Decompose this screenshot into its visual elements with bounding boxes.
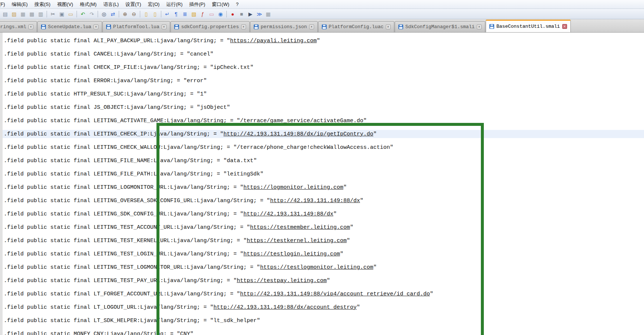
code-line[interactable]: .field public static final LEITING_SDK_C…: [0, 207, 644, 221]
code-text: ": [327, 278, 330, 284]
undo-button[interactable]: ↶: [79, 10, 87, 18]
tab-close-icon[interactable]: ×: [477, 24, 482, 29]
copy-button[interactable]: ▣: [58, 10, 66, 18]
cut-button[interactable]: ✂: [49, 10, 57, 18]
string-value: https://testpay.leiting.com: [237, 278, 327, 284]
code-line[interactable]: .field public static final CANCEL:Ljava/…: [0, 47, 644, 61]
tab[interactable]: SceneUpdate.lua ×: [37, 21, 102, 33]
function-list-button[interactable]: ƒ: [199, 10, 207, 18]
string-value: https://testlogmonitor.leiting.com: [260, 264, 373, 271]
code-line[interactable]: .field public static final LEITING_ACTIV…: [0, 114, 644, 127]
zoom-in-button[interactable]: ⊕: [121, 10, 129, 18]
tab[interactable]: PlatformTool.lua ×: [102, 21, 170, 33]
tab-close-icon[interactable]: ×: [386, 24, 391, 29]
tab[interactable]: strings.xml ×: [0, 21, 37, 33]
indent-guide-button[interactable]: ≣: [181, 10, 189, 18]
paste-button[interactable]: ▭: [67, 10, 75, 18]
code-line[interactable]: .field public static HTTP_RESULT_SUC:Lja…: [0, 87, 644, 101]
code-line[interactable]: .field public static final ERROR:Ljava/l…: [0, 74, 644, 87]
save-all-button[interactable]: ▩: [28, 10, 36, 18]
tab-close-icon[interactable]: ×: [562, 24, 567, 29]
tab[interactable]: PlatformConfig.luac ×: [318, 21, 394, 33]
find-button[interactable]: ◎: [100, 10, 108, 18]
monitoring-button[interactable]: ◉: [216, 10, 225, 18]
macro-save-button[interactable]: ▦: [264, 10, 272, 18]
menu-item[interactable]: 格式(M): [77, 0, 100, 9]
menu-item[interactable]: 搜索(S): [31, 0, 54, 9]
menu-item[interactable]: ?: [233, 0, 242, 9]
string-value: cancel: [190, 51, 210, 57]
doc-map-button[interactable]: ▧: [190, 10, 198, 18]
print-button[interactable]: ▥: [37, 10, 45, 18]
menu-item[interactable]: 文件(F): [0, 0, 9, 9]
tab[interactable]: BaseConstantUtil.smali ×: [486, 20, 571, 33]
menu-item[interactable]: 运行(R): [163, 0, 186, 9]
code-line[interactable]: .field public static final LT_LOGOUT_URL…: [0, 301, 644, 314]
code-text: ": [260, 171, 263, 177]
code-text: .field public static final LEITING_SDK_C…: [4, 211, 243, 217]
code-line[interactable]: .field public static final LEITING_FILE_…: [0, 167, 644, 181]
tab[interactable]: SdkConfigManager$1.smali ×: [395, 21, 485, 33]
tab-close-icon[interactable]: ×: [241, 24, 246, 29]
zoom-out-button[interactable]: ⊖: [130, 10, 138, 18]
code-line[interactable]: .field public static MONEY_CNY:Ljava/lan…: [0, 327, 644, 335]
tab-label: permissions.json: [261, 24, 307, 30]
code-line[interactable]: .field public static final LEITING_TEST_…: [0, 261, 644, 274]
folder-workspace-button[interactable]: ▭: [208, 10, 216, 18]
code-text: ": [357, 304, 360, 311]
sync-horizontal-button[interactable]: ▯: [151, 10, 159, 18]
code-line[interactable]: .field public static final LT_SDK_HELPER…: [0, 314, 644, 327]
sync-vertical-button[interactable]: ▯: [142, 10, 150, 18]
code-text: ": [210, 51, 213, 57]
editor-area[interactable]: .field public static final ALI_PAY_BACKU…: [0, 33, 644, 335]
code-text: ": [203, 78, 207, 84]
save-button[interactable]: ▦: [19, 10, 27, 18]
macro-run-multi-button[interactable]: ≫: [255, 10, 263, 18]
code-line[interactable]: .field public static final LEITING_CHECK…: [0, 141, 644, 154]
code-line[interactable]: .field public static final LEITING_FILE_…: [0, 154, 644, 167]
string-value: https://testmember.leiting.com: [250, 224, 350, 231]
menu-item[interactable]: 语言(L): [100, 0, 122, 9]
tab-bar: strings.xml × SceneUpdate.lua × Platform…: [0, 19, 644, 33]
open-file-button[interactable]: ▨: [10, 10, 18, 18]
string-value: lt_sdk_helper: [213, 318, 257, 324]
code-text: .field public static final LT_LOGOUT_URL…: [4, 304, 213, 311]
tab[interactable]: permissions.json ×: [250, 21, 318, 33]
menu-item[interactable]: 插件(P): [186, 0, 208, 9]
code-text: .field public static final LEITING_OVERS…: [4, 198, 270, 204]
redo-button[interactable]: ↷: [88, 10, 96, 18]
replace-button[interactable]: ⇄: [109, 10, 117, 18]
code-line[interactable]: .field public static final LEITING_OVERS…: [0, 194, 644, 207]
code-line[interactable]: .field public static final LT_FORGET_ACC…: [0, 287, 644, 301]
macro-play-button[interactable]: ▶: [246, 10, 254, 18]
code-line[interactable]: .field public static final LEITING_TEST_…: [0, 247, 644, 261]
code-line[interactable]: .field public static final LEITING_TEST_…: [0, 234, 644, 247]
macro-record-button[interactable]: ●: [229, 10, 237, 18]
code-line[interactable]: .field public static final LEITING_TEST_…: [0, 221, 644, 234]
string-value: http://42.193.131.149:88/dx/account_dest…: [213, 304, 357, 311]
menu-item[interactable]: 视图(V): [54, 0, 76, 9]
code-line[interactable]: .field public static final ALI_PAY_BACKU…: [0, 34, 644, 47]
menu-item[interactable]: 窗口(W): [209, 0, 233, 9]
show-all-chars-button[interactable]: ¶: [172, 10, 180, 18]
tab-close-icon[interactable]: ×: [94, 24, 98, 29]
string-value: https://payali.leiting.com: [230, 38, 317, 44]
word-wrap-button[interactable]: ↵: [163, 10, 171, 18]
code-line[interactable]: .field public static final LEITING_LOGMO…: [0, 181, 644, 194]
code-line[interactable]: .field public static final LEITING_CHECK…: [0, 127, 644, 141]
tab-close-icon[interactable]: ×: [309, 24, 314, 29]
code-line[interactable]: .field public static final LEITING_TEST_…: [0, 274, 644, 287]
code-text: ": [333, 211, 337, 217]
code-line[interactable]: .field public static final CHECK_IP_FILE…: [0, 61, 644, 74]
string-value: leitingSdk: [227, 171, 260, 177]
new-file-button[interactable]: ▤: [1, 10, 9, 18]
tab-close-icon[interactable]: ×: [162, 24, 166, 29]
menu-item[interactable]: 设置(T): [122, 0, 145, 9]
menu-item[interactable]: 编辑(E): [9, 0, 31, 9]
menu-item[interactable]: 宏(O): [145, 0, 163, 9]
tab[interactable]: sdkConfig.properties ×: [171, 21, 250, 33]
code-text: ": [190, 331, 193, 335]
tab-close-icon[interactable]: ×: [28, 24, 33, 29]
code-line[interactable]: .field public static final JS_OBJECT:Lja…: [0, 101, 644, 114]
macro-stop-button[interactable]: ■: [237, 10, 246, 18]
